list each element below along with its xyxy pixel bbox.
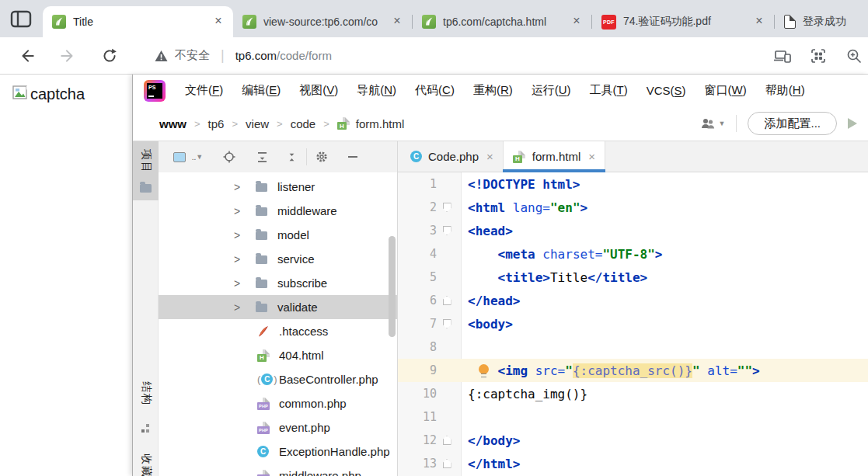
breadcrumb-item[interactable]: tp6 [208,117,225,130]
menu-窗口[interactable]: 窗口(W) [695,78,756,102]
code-line-6[interactable]: 6</head> [398,289,868,312]
chevron-right-icon[interactable]: > [234,229,256,241]
menu-编辑[interactable]: 编辑(E) [232,78,290,102]
tree-row-validate[interactable]: >validate [159,295,397,319]
folder-icon [256,278,273,288]
editor-tab-label: Code.php [428,150,479,163]
tab-close-icon[interactable]: × [486,150,493,163]
menu-VCS[interactable]: VCS(S) [637,79,695,102]
locate-icon[interactable] [219,147,239,167]
code-editor[interactable]: 1<!DOCTYPE html>2<html lang="en">3<head>… [398,172,868,476]
code-line-9[interactable]: 9 <img src="{:captcha_src()}" alt=""> [398,359,868,382]
chevron-right-icon[interactable]: > [234,181,256,193]
fold-marker-icon[interactable] [443,203,451,212]
tool-button-structure[interactable]: 结构 [133,374,159,413]
intention-bulb-icon[interactable] [479,364,489,374]
code-line-13[interactable]: 13</html> [398,452,868,475]
tree-row-service[interactable]: >service [159,247,397,271]
breadcrumb-item[interactable]: view [246,117,269,130]
tree-row-.htaccess[interactable]: .htaccess [159,319,397,343]
menu-重构[interactable]: 重构(R) [464,78,522,102]
zoom-in-icon[interactable] [844,46,864,66]
tool-button-favorites[interactable]: 收藏夹 [133,447,159,476]
address-bar[interactable]: 不安全 | tp6.com/code/form [154,37,332,74]
editor-tab-Code.php[interactable]: CCode.php× [401,141,503,172]
line-number: 12 [398,433,437,447]
tree-row-BaseController.php[interactable]: (C)BaseController.php [159,367,397,391]
menu-文件[interactable]: 文件(F) [176,78,232,102]
menu-工具[interactable]: 工具(T) [580,78,637,102]
menu-视图[interactable]: 视图(V) [290,78,347,102]
code-line-3[interactable]: 3<head> [398,219,868,242]
menu-代码[interactable]: 代码(C) [406,78,464,102]
chevron-right-icon[interactable]: > [234,277,256,290]
forward-icon[interactable] [58,46,78,66]
code-line-12[interactable]: 12</body> [398,429,868,452]
project-view-caret-icon[interactable]: ..▼ [190,147,205,167]
editor-tab-form.html[interactable]: Hform.html× [503,141,605,172]
chevron-right-icon[interactable]: > [234,205,256,217]
browser-tab-1[interactable]: Title× [43,6,233,37]
hide-icon[interactable] [343,147,363,167]
code-line-7[interactable]: 7<body> [398,312,868,335]
browser-tab-2[interactable]: view-source:tp6.com/co× [233,6,412,37]
fold-marker-icon[interactable] [443,459,451,468]
tree-row-event.php[interactable]: PHPevent.php [159,415,397,440]
chevron-right-icon: > [277,118,283,130]
menu-帮助[interactable]: 帮助(H) [756,78,814,102]
menu-导航[interactable]: 导航(N) [347,78,406,102]
code-line-4[interactable]: 4 <meta charset="UTF-8"> [398,242,868,266]
breadcrumb-item[interactable]: www [159,117,186,130]
breadcrumb-item[interactable]: code [291,117,316,130]
code-line-2[interactable]: 2<html lang="en"> [398,196,868,219]
browser-tab-3[interactable]: tp6.com/captcha.html× [413,6,591,37]
code-line-11[interactable]: 11 [398,405,868,429]
phpstorm-logo-icon[interactable]: PS [144,80,166,102]
breadcrumb-file[interactable]: form.html [356,117,405,130]
chevron-right-icon[interactable]: > [234,301,256,314]
address-separator: | [221,47,225,64]
run-icon[interactable] [848,118,857,129]
php-file-icon: PHP [257,398,270,410]
tab-close-icon[interactable]: × [570,15,584,29]
collections-icon[interactable] [808,46,828,66]
back-icon[interactable] [17,46,37,66]
devices-icon[interactable] [772,46,793,66]
project-view-icon[interactable] [169,147,190,167]
structure-icon [141,424,150,433]
add-configuration-button[interactable]: 添加配置... [748,112,837,135]
tree-row-common.php[interactable]: PHPcommon.php [159,391,397,415]
tree-row-404.html[interactable]: H404.html [159,343,397,367]
fold-marker-icon[interactable] [443,319,451,328]
tree-row-listener[interactable]: >listener [159,175,397,199]
tree-row-middleware[interactable]: >middleware [159,199,397,223]
users-menu-button[interactable]: ▼ [699,116,726,130]
chevron-right-icon[interactable]: > [234,253,256,266]
fold-marker-icon[interactable] [443,226,451,235]
tab-close-icon[interactable]: × [211,15,225,29]
fold-marker-icon[interactable] [443,436,451,445]
tree-row-ExceptionHandle.php[interactable]: CExceptionHandle.php [159,440,397,464]
tab-close-icon[interactable]: × [390,15,404,29]
browser-tab-5[interactable]: 登录成功 [775,6,868,37]
tree-row-middleware.php[interactable]: PHPmiddleware.php [159,464,397,476]
code-line-1[interactable]: 1<!DOCTYPE html> [398,172,868,196]
collapse-all-icon[interactable] [281,147,302,167]
tab-close-icon[interactable]: × [752,15,766,29]
code-line-5[interactable]: 5 <title>Title</title> [398,266,868,289]
browser-tab-4[interactable]: PDF74.验证码功能.pdf× [592,6,774,37]
tree-row-model[interactable]: >model [159,223,397,247]
tree-scrollbar[interactable] [389,236,396,337]
menu-运行[interactable]: 运行(U) [522,78,580,102]
expand-all-icon[interactable] [252,147,272,167]
tool-button-project[interactable]: 项目 [133,141,159,200]
tab-workspaces-icon[interactable] [9,9,33,29]
code-text: </body> [457,433,520,448]
tree-row-subscribe[interactable]: >subscribe [159,271,397,295]
code-line-8[interactable]: 8 [398,335,868,359]
code-line-10[interactable]: 10{:captcha_img()} [398,382,868,405]
settings-icon[interactable] [312,147,332,167]
reload-icon[interactable] [99,46,120,66]
fold-marker-icon[interactable] [443,296,451,305]
tab-close-icon[interactable]: × [588,150,595,163]
